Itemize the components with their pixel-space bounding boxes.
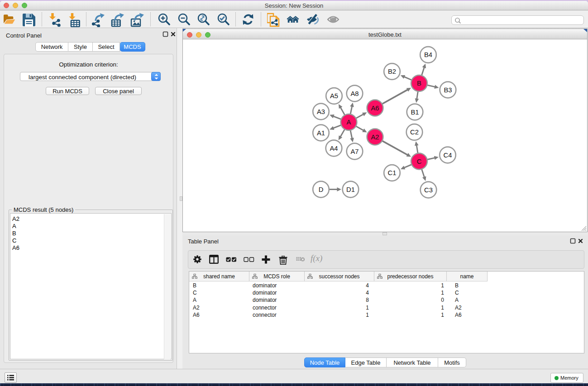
svg-text:A5: A5 <box>330 92 338 100</box>
svg-text:A: A <box>347 119 351 126</box>
svg-text:C4: C4 <box>444 152 452 159</box>
svg-text:A8: A8 <box>350 90 359 97</box>
svg-text:B3: B3 <box>444 86 452 94</box>
svg-text:D1: D1 <box>346 186 355 193</box>
svg-text:A6: A6 <box>371 105 379 112</box>
svg-text:B2: B2 <box>388 68 396 75</box>
svg-text:B4: B4 <box>424 51 432 58</box>
svg-text:C3: C3 <box>424 186 433 194</box>
svg-text:B: B <box>417 80 421 87</box>
svg-text:A7: A7 <box>350 148 359 155</box>
svg-text:B1: B1 <box>411 109 419 116</box>
svg-text:A1: A1 <box>317 129 325 137</box>
svg-text:A4: A4 <box>330 145 338 152</box>
svg-text:A3: A3 <box>317 108 325 115</box>
svg-text:A2: A2 <box>371 133 379 141</box>
svg-text:D: D <box>319 186 324 193</box>
svg-text:C2: C2 <box>410 129 419 136</box>
svg-text:C1: C1 <box>388 169 397 176</box>
svg-text:C: C <box>417 158 422 165</box>
